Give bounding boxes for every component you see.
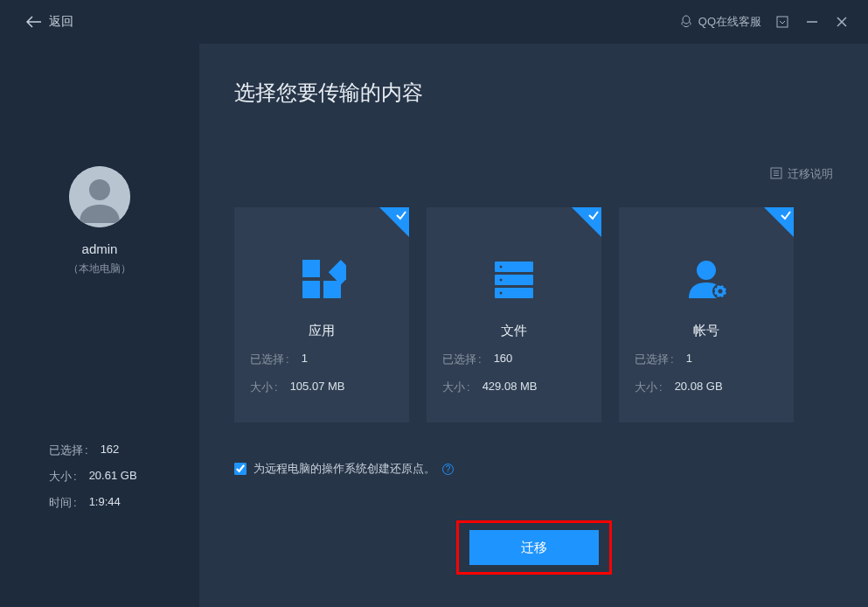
svg-point-0 <box>683 16 690 24</box>
card-accounts-selected: 已选择 1 <box>635 352 778 367</box>
apps-icon <box>250 239 393 319</box>
stat-size-value: 20.61 GB <box>89 469 137 485</box>
stat-time-label: 时间 <box>49 495 77 511</box>
card-apps-size: 大小 105.07 MB <box>250 380 393 395</box>
stat-time: 时间 1:9:44 <box>49 495 199 511</box>
username: admin <box>82 241 118 256</box>
svg-point-21 <box>697 261 716 280</box>
card-stat-value: 160 <box>494 352 513 367</box>
content-panel: 选择您要传输的内容 迁移说明 <box>199 44 868 607</box>
help-label: 迁移说明 <box>788 166 833 182</box>
card-files-selected: 已选择 160 <box>442 352 586 367</box>
stat-selected: 已选择 162 <box>49 443 199 458</box>
card-stat-value: 1 <box>302 352 308 367</box>
svg-rect-12 <box>302 281 320 298</box>
stat-selected-value: 162 <box>101 443 120 458</box>
category-cards: 应用 已选择 1 大小 105.07 MB <box>234 207 833 422</box>
files-icon <box>442 239 586 319</box>
card-stat-label: 已选择 <box>635 352 674 367</box>
card-stat-label: 大小 <box>250 380 278 395</box>
card-accounts-name: 帐号 <box>635 323 778 339</box>
migrate-button[interactable]: 迁移 <box>469 530 599 565</box>
stat-size-label: 大小 <box>49 469 77 485</box>
svg-line-30 <box>724 287 726 289</box>
card-stat-label: 大小 <box>635 380 663 395</box>
svg-point-18 <box>500 266 503 269</box>
card-stat-value: 1 <box>686 352 692 367</box>
card-files-name: 文件 <box>442 323 586 339</box>
card-stat-value: 20.08 GB <box>675 380 723 395</box>
back-arrow-icon <box>26 16 42 28</box>
svg-point-19 <box>500 279 503 282</box>
back-label: 返回 <box>49 14 73 30</box>
svg-rect-1 <box>777 17 788 27</box>
local-computer-label: （本地电脑） <box>68 262 131 276</box>
card-stat-label: 已选择 <box>250 352 289 367</box>
qq-label: QQ在线客服 <box>698 14 761 30</box>
card-files-size: 大小 429.08 MB <box>442 380 586 395</box>
restore-point-row: 为远程电脑的操作系统创建还原点。 ? <box>234 461 833 477</box>
header: 返回 QQ在线客服 <box>0 0 868 44</box>
stat-selected-label: 已选择 <box>49 443 88 458</box>
highlight-frame: 迁移 <box>456 520 612 575</box>
card-apps-name: 应用 <box>250 323 393 339</box>
card-stat-value: 429.08 MB <box>483 380 538 395</box>
back-button[interactable]: 返回 <box>26 14 73 30</box>
card-stat-label: 大小 <box>442 380 470 395</box>
svg-rect-13 <box>323 281 341 298</box>
check-corner <box>572 207 601 237</box>
sidebar-stats: 已选择 162 大小 20.61 GB 时间 1:9:44 <box>0 443 199 521</box>
svg-point-20 <box>500 292 503 295</box>
card-files[interactable]: 文件 已选择 160 大小 429.08 MB <box>427 207 601 422</box>
migrate-button-wrap: 迁移 <box>234 520 833 575</box>
restore-point-label: 为远程电脑的操作系统创建还原点。 <box>253 461 435 477</box>
accounts-icon <box>635 239 778 319</box>
svg-line-28 <box>716 287 718 289</box>
check-corner <box>379 207 409 237</box>
minimize-button[interactable] <box>803 13 821 31</box>
sidebar: admin （本地电脑） 已选择 162 大小 20.61 GB 时间 1:9:… <box>0 44 199 607</box>
avatar <box>69 166 130 227</box>
list-icon <box>770 167 782 182</box>
check-corner <box>764 207 794 237</box>
qq-support-link[interactable]: QQ在线客服 <box>679 14 761 31</box>
svg-line-31 <box>716 295 718 297</box>
card-apps[interactable]: 应用 已选择 1 大小 105.07 MB <box>234 207 409 422</box>
help-link[interactable]: 迁移说明 <box>770 166 833 182</box>
svg-point-23 <box>719 290 723 294</box>
card-apps-selected: 已选择 1 <box>250 352 393 367</box>
svg-line-29 <box>724 295 726 297</box>
dropdown-button[interactable] <box>774 13 791 31</box>
stat-size: 大小 20.61 GB <box>49 469 199 485</box>
qq-icon <box>679 14 693 31</box>
header-right: QQ在线客服 <box>679 13 851 31</box>
restore-point-checkbox[interactable] <box>234 463 247 475</box>
page-title: 选择您要传输的内容 <box>234 79 833 107</box>
stat-time-value: 1:9:44 <box>89 495 121 511</box>
card-stat-value: 105.07 MB <box>290 380 345 395</box>
help-icon[interactable]: ? <box>442 464 454 475</box>
card-stat-label: 已选择 <box>442 352 482 367</box>
card-accounts-size: 大小 20.08 GB <box>635 380 778 395</box>
svg-point-6 <box>89 179 110 200</box>
close-button[interactable] <box>833 13 851 31</box>
card-accounts[interactable]: 帐号 已选择 1 大小 20.08 GB <box>619 207 794 422</box>
svg-rect-11 <box>302 260 320 277</box>
